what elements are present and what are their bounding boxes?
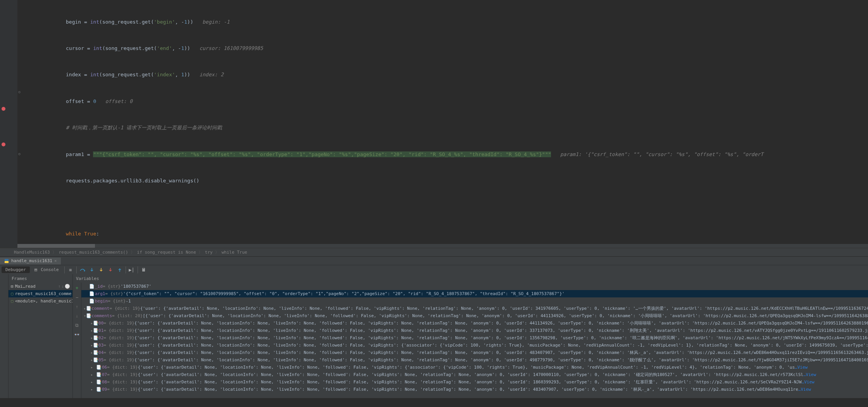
tab-console[interactable]: ▤ Console	[31, 266, 63, 273]
var-row[interactable]: 📄_id = {str} '1807537867'	[81, 283, 868, 290]
breadcrumb-item[interactable]: try	[203, 250, 215, 255]
variables-list[interactable]: 📄_id = {str} '1807537867' 📄arg1 = {str} …	[81, 283, 868, 398]
var-row[interactable]: ▸📑comment = {dict: 19} {'user': {'avatar…	[81, 305, 868, 312]
view-link[interactable]: …View	[803, 371, 816, 378]
var-row[interactable]: ▸📑06 = {dict: 19} {'user': {'avatarDetai…	[81, 364, 868, 371]
step-over-icon[interactable]	[78, 266, 87, 274]
variables-header: Variables	[73, 274, 868, 283]
frame-item[interactable]: ▢ request_music163_comme	[9, 290, 72, 297]
field-icon: 📄	[89, 297, 95, 305]
fold-column: ⊖ ⊖	[17, 0, 24, 248]
field-icon: 📑	[86, 312, 91, 319]
field-icon: 📑	[93, 342, 98, 349]
code-line[interactable]	[27, 203, 868, 212]
field-icon: 📑	[93, 356, 98, 364]
copy-icon[interactable]: ⧉	[73, 321, 81, 329]
evaluate-icon[interactable]: 🖩	[140, 266, 148, 274]
code-content[interactable]: begin = int(song_request.get('begin', -1…	[27, 0, 868, 248]
code-line[interactable]: offset = 0 offset: 0	[27, 97, 868, 106]
var-row[interactable]: ▸📑04 = {dict: 19} {'user': {'avatarDetai…	[81, 349, 868, 356]
svg-rect-0	[5, 259, 9, 261]
fold-marker[interactable]: ⊖	[18, 90, 21, 94]
code-line[interactable]: begin = int(song_request.get('begin', -1…	[27, 18, 868, 27]
breadcrumb-item[interactable]: while True	[219, 250, 250, 255]
var-row[interactable]: ▾📑comments = {list: 20} [{'user': {'avat…	[81, 312, 868, 319]
list-icon[interactable]: ≡	[66, 266, 75, 274]
step-into-mycode-icon[interactable]	[97, 266, 105, 274]
watches-icon[interactable]: 👓	[73, 331, 81, 338]
fold-marker[interactable]: ⊖	[18, 152, 21, 156]
step-into-icon[interactable]	[88, 266, 96, 274]
field-icon: 📑	[96, 364, 102, 371]
breadcrumb-item[interactable]: if song_request is None	[135, 250, 198, 255]
code-line[interactable]: param1 = """{"csrf_token": "", "cursor":…	[27, 150, 868, 159]
add-watch-icon[interactable]: +	[73, 284, 81, 292]
view-link[interactable]: …View	[795, 364, 808, 371]
filter-icon[interactable]: ⚪	[65, 284, 70, 289]
tab-label: handle_music1631	[11, 258, 52, 263]
var-row[interactable]: ▸📑02 = {dict: 19} {'user': {'avatarDetai…	[81, 334, 868, 342]
dropdown-icon: ⊟	[11, 284, 14, 289]
field-icon: 📑	[96, 371, 102, 378]
horizontal-scrollbar[interactable]	[17, 244, 868, 248]
python-icon	[4, 258, 9, 264]
field-icon: 📑	[96, 378, 102, 386]
gutter	[0, 0, 17, 248]
run-to-cursor-icon[interactable]: ▶|	[127, 266, 136, 274]
code-line[interactable]: # 时间戳，第一页默认-1 请求下一页时取上一页最后一条评论时间戳	[27, 124, 868, 132]
debug-toolbar: Debugger ▤ Console ≡ ▶| 🖩	[0, 265, 868, 274]
frames-panel: Frames ⊟ Mai…read ↑ ↓ ⚪ ▢ request_music1…	[9, 274, 73, 398]
svg-rect-1	[5, 261, 9, 263]
left-tool-strip	[0, 274, 9, 398]
var-row[interactable]: 📄arg1 = {str} '{"csrf_token": "", "curso…	[81, 290, 868, 297]
next-frame-icon[interactable]: ↓	[61, 284, 64, 289]
expand-icon[interactable]: ▸	[91, 364, 96, 371]
var-row[interactable]: ▸📑09 = {dict: 19} {'user': {'avatarDetai…	[81, 386, 868, 393]
field-icon: 📑	[93, 334, 98, 342]
breakpoint-marker[interactable]	[2, 143, 5, 146]
field-icon: 📑	[96, 386, 102, 393]
var-row[interactable]: 📄begin = {int} -1	[81, 297, 868, 305]
expand-icon[interactable]: ▸	[91, 386, 96, 393]
close-icon[interactable]: ×	[54, 258, 57, 263]
down-icon[interactable]: ↓	[73, 312, 81, 320]
up-icon[interactable]: ↑	[73, 303, 81, 311]
view-link[interactable]: …View	[798, 386, 811, 393]
code-line[interactable]: cursor = int(song_request.get('end', -1)…	[27, 44, 868, 53]
remove-watch-icon[interactable]: −	[73, 294, 81, 301]
code-editor[interactable]: ⊖ ⊖ begin = int(song_request.get('begin'…	[0, 0, 868, 248]
scrollbar-thumb[interactable]	[17, 244, 95, 248]
step-out-icon[interactable]	[115, 266, 124, 274]
console-icon: ▤	[34, 267, 37, 272]
var-row[interactable]: ▸📑01 = {dict: 19} {'user': {'avatarDetai…	[81, 327, 868, 334]
prev-frame-icon[interactable]: ↑	[58, 284, 61, 289]
frame-icon: ▢	[11, 291, 14, 296]
var-row[interactable]: ▸📑03 = {dict: 19} {'user': {'avatarDetai…	[81, 342, 868, 349]
debug-session-tab[interactable]: handle_music1631 ×	[0, 258, 61, 264]
debug-session-tabs: handle_music1631 ×	[0, 256, 868, 265]
view-link[interactable]: …View	[802, 378, 815, 386]
thread-dropdown[interactable]: ⊟ Mai…read ↑ ↓ ⚪	[9, 283, 72, 290]
var-row[interactable]: ▸📑08 = {dict: 19} {'user': {'avatarDetai…	[81, 378, 868, 386]
var-row[interactable]: ▸📑05 = {dict: 19} {'user': {'avatarDetai…	[81, 356, 868, 364]
frames-header: Frames	[9, 274, 72, 283]
var-row[interactable]: ▸📑07 = {dict: 19} {'user': {'avatarDetai…	[81, 371, 868, 378]
field-icon: 📑	[93, 327, 98, 334]
frame-item[interactable]: ▢ <module>, handle_music1	[9, 297, 72, 305]
expand-icon[interactable]: ▸	[91, 371, 96, 378]
breakpoint-marker[interactable]	[2, 107, 5, 111]
code-line[interactable]: index = int(song_request.get('index', 1)…	[27, 70, 868, 79]
variables-toolbar: + − ↑ ↓ ⧉ 👓	[73, 283, 81, 398]
field-icon: 📄	[89, 283, 95, 290]
var-row[interactable]: ▸📑00 = {dict: 19} {'user': {'avatarDetai…	[81, 319, 868, 327]
tab-debugger[interactable]: Debugger	[2, 266, 30, 273]
code-line[interactable]: while True:	[27, 230, 868, 239]
field-icon: 📑	[93, 349, 98, 356]
force-step-into-icon[interactable]	[106, 266, 115, 274]
expand-icon[interactable]: ▸	[91, 378, 96, 386]
variables-panel: Variables + − ↑ ↓ ⧉ 👓 📄_id = {str} '1807…	[73, 274, 868, 398]
code-line[interactable]: requests.packages.urllib3.disable_warnin…	[27, 177, 868, 185]
breadcrumb-item[interactable]: HandleMusic163	[12, 250, 52, 255]
field-icon: 📑	[93, 319, 98, 327]
breadcrumb-item[interactable]: request_music163_comments()	[57, 250, 131, 255]
